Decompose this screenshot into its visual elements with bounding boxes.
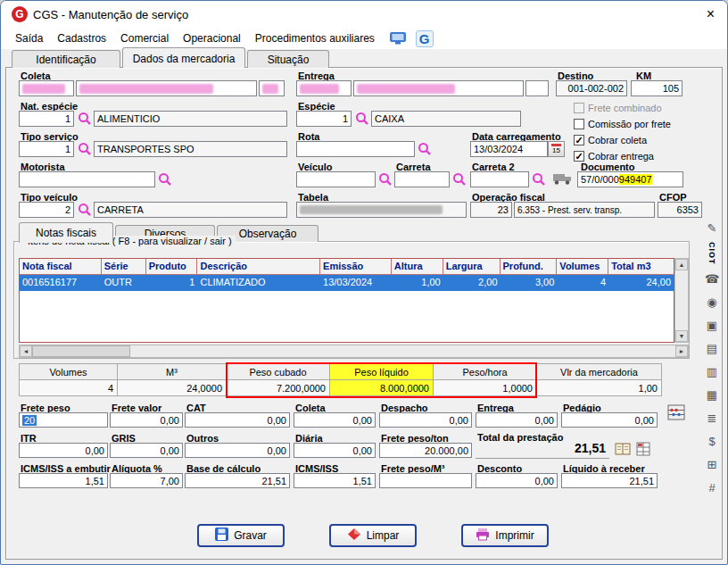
km-field[interactable]: 105 [631, 80, 682, 96]
menu-comercial[interactable]: Comercial [113, 29, 176, 47]
calculator-icon[interactable]: # [703, 479, 721, 497]
limpar-button[interactable]: Limpar [329, 524, 417, 547]
calendar-button[interactable]: 15 [548, 141, 565, 157]
especie-code-field[interactable]: 1 [296, 111, 352, 127]
frete-peso-ton-field[interactable]: 20.000,00 [379, 443, 472, 458]
cat-field[interactable]: 0,00 [185, 412, 290, 428]
col-header-altura[interactable]: Altura [392, 259, 443, 275]
especie-search-icon[interactable] [355, 112, 370, 127]
grid-vertical-scrollbar[interactable]: ▲ ▼ [674, 258, 689, 343]
tipo-servico-code-field[interactable]: 1 [19, 141, 74, 157]
gris-field[interactable]: 0,00 [110, 443, 183, 458]
col-header-serie[interactable]: Série [102, 259, 146, 275]
cobrar-entrega-checkbox[interactable]: Cobrar entrega [574, 151, 654, 162]
despacho-field[interactable]: 0,00 [379, 412, 472, 428]
edit-icon[interactable]: ✎ [703, 219, 721, 237]
itr-field[interactable]: 0,00 [19, 443, 108, 458]
copy-icon[interactable]: ▣ [703, 317, 721, 335]
documento-field[interactable]: 57/0/000949407 [577, 171, 683, 187]
destino-field[interactable]: 001-002-002 [556, 80, 627, 96]
gravar-button[interactable]: Gravar [197, 524, 285, 547]
grid-icon[interactable]: ⊞ [703, 456, 721, 474]
diaria-field[interactable]: 0,00 [294, 443, 376, 458]
tipo-veiculo-search-icon[interactable] [78, 203, 93, 218]
motorista-search-icon[interactable] [158, 172, 173, 187]
coleta-valor-field[interactable]: 0,00 [294, 412, 376, 428]
col-header-descricao[interactable]: Descrição [197, 259, 320, 275]
cell-profund: 3,00 [500, 275, 558, 291]
g-app-icon[interactable]: G [416, 30, 434, 47]
comissao-frete-checkbox[interactable]: Comissão por frete [574, 119, 671, 129]
entrega-code-field[interactable] [296, 80, 352, 96]
veiculo-field[interactable] [296, 171, 376, 187]
outros-field[interactable]: 0,00 [185, 443, 290, 458]
menu-cadastros[interactable]: Cadastros [50, 29, 113, 47]
grid-horizontal-scrollbar[interactable]: ◄ ► [19, 345, 689, 358]
monitor-icon[interactable] [389, 31, 407, 46]
scroll-up-icon[interactable]: ▲ [675, 259, 688, 270]
nat-especie-search-icon[interactable] [78, 112, 93, 127]
col-header-largura[interactable]: Largura [443, 259, 500, 275]
menu-procedimentos[interactable]: Procedimentos auxiliares [248, 29, 382, 47]
carreta2-search-icon[interactable] [532, 172, 547, 187]
rota-field[interactable] [296, 141, 415, 157]
tab-dados-mercadoria[interactable]: Dados da mercadoria [122, 47, 245, 68]
rate-table-icon[interactable] [636, 442, 650, 460]
entrega-valor-field[interactable]: 0,00 [476, 412, 558, 428]
frete-valor-field[interactable]: 0,00 [110, 412, 183, 428]
scrollbar-track[interactable] [130, 345, 675, 357]
record-icon[interactable]: ◉ [703, 294, 721, 312]
col-header-nota-fiscal[interactable]: Nota fiscal [20, 259, 102, 275]
operacao-fiscal-code-field[interactable]: 23 [470, 202, 512, 218]
base-calculo-field[interactable]: 21,51 [185, 473, 290, 488]
cobrar-coleta-checkbox[interactable]: Cobrar coleta [574, 135, 647, 145]
list-icon[interactable]: ≣ [703, 410, 721, 428]
data-carregamento-field[interactable]: 13/03/2024 [470, 141, 548, 157]
imprimir-button[interactable]: Imprimir [461, 524, 549, 547]
tab-situacao[interactable]: Situação [247, 50, 329, 68]
menu-operacional[interactable]: Operacional [176, 29, 248, 47]
carreta-search-icon[interactable] [452, 172, 467, 187]
scrollbar-thumb[interactable] [32, 345, 130, 357]
close-icon[interactable]: × [707, 6, 715, 22]
carreta-field[interactable] [394, 171, 450, 187]
document-icon[interactable]: ▤ [703, 340, 721, 358]
ciot-label[interactable]: CIOT [707, 242, 716, 265]
col-header-emissao[interactable]: Emissão [320, 259, 392, 275]
grid-selected-row[interactable]: 0016516177 OUTR 1 CLIMATIZADO 13/03/2024… [20, 275, 674, 291]
menu-saida[interactable]: Saída [8, 29, 50, 47]
liquido-receber-field[interactable]: 21,51 [561, 473, 658, 488]
frete-peso-field[interactable]: 20 [19, 412, 108, 428]
save-icon [215, 528, 228, 544]
checkbox-box [574, 135, 584, 145]
tab-identificacao[interactable]: Identificação [12, 50, 120, 68]
motorista-field[interactable] [19, 171, 155, 187]
desconto-field[interactable]: 0,00 [476, 473, 558, 488]
coleta-code-field[interactable] [19, 80, 74, 96]
money-icon[interactable]: $ [703, 433, 721, 451]
ledger-book-icon[interactable] [615, 442, 632, 460]
col-header-produto[interactable]: Produto [146, 259, 198, 275]
icms-embutir-field[interactable]: 1,51 [19, 473, 108, 488]
phone-icon[interactable]: ☎ [703, 270, 721, 288]
icms-iss-field[interactable]: 1,51 [294, 473, 376, 488]
col-header-volumes[interactable]: Volumes [557, 259, 608, 275]
frete-peso-m3-field[interactable] [379, 473, 472, 488]
nat-especie-code-field[interactable]: 1 [19, 111, 74, 127]
scroll-left-icon[interactable]: ◄ [20, 345, 32, 357]
tipo-servico-search-icon[interactable] [78, 142, 93, 157]
abacus-icon[interactable] [667, 404, 685, 424]
carreta2-field[interactable] [470, 171, 529, 187]
col-header-total-m3[interactable]: Total m3 [608, 259, 674, 275]
pedagio-field[interactable]: 0,00 [561, 412, 658, 428]
tab-notas-fiscais[interactable]: Notas fiscais [19, 222, 113, 243]
veiculo-search-icon[interactable] [378, 172, 393, 187]
scroll-right-icon[interactable]: ► [675, 345, 688, 357]
scroll-down-icon[interactable]: ▼ [675, 330, 688, 342]
book-icon[interactable]: ▦ [703, 386, 721, 404]
col-header-profund[interactable]: Profund. [500, 259, 558, 275]
aliquota-field[interactable]: 7,00 [110, 473, 183, 488]
rota-search-icon[interactable] [418, 142, 433, 157]
tipo-veiculo-code-field[interactable]: 2 [19, 202, 74, 218]
print-icon[interactable]: ▥ [703, 363, 721, 381]
